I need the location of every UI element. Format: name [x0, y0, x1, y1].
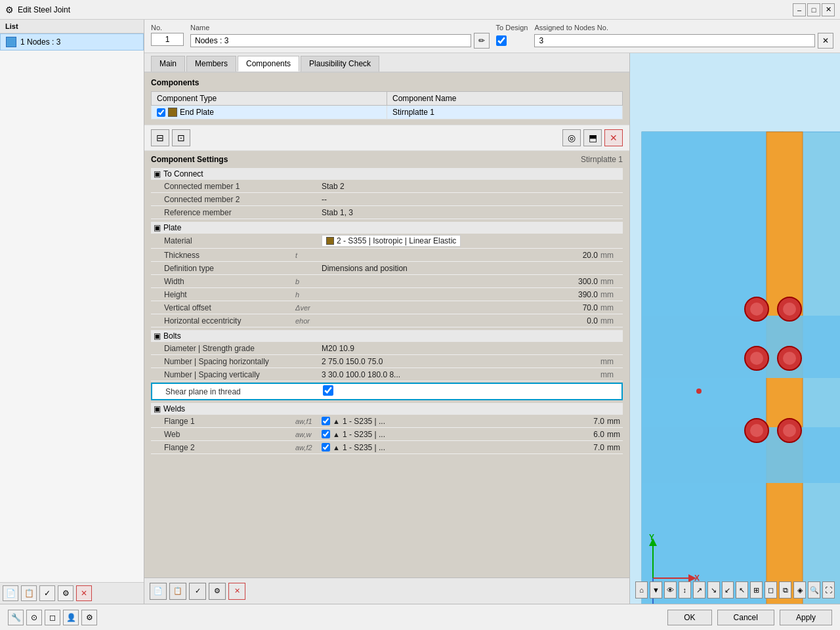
web-weld-val: 1 - S235 | ...	[343, 430, 385, 439]
flange2-check[interactable]	[322, 443, 330, 452]
3d-view-panel: Y X Z	[630, 53, 840, 604]
edit-name-btn[interactable]: ✏	[474, 33, 490, 49]
view-btn-1[interactable]: 📄	[150, 583, 167, 600]
view-eye-btn[interactable]: 👁	[664, 581, 677, 598]
comp-row[interactable]: End Plate Stirnplatte 1	[152, 106, 623, 119]
name-value[interactable]: Nodes : 3	[190, 34, 471, 47]
tab-bar: Main Members Components Plausibility Che…	[144, 53, 629, 73]
flange1-label: Flange 1	[164, 417, 295, 426]
height-unit: mm	[600, 290, 620, 299]
view-render-btn[interactable]: ◈	[793, 581, 806, 598]
view-arrow-down[interactable]: ▼	[650, 581, 662, 598]
maximize-button[interactable]: □	[807, 3, 820, 16]
footer-icon-4[interactable]: 👤	[63, 610, 79, 625]
flange2-symbol: aw,f2	[295, 444, 322, 452]
connected-member-1-row: Connected member 1 Stab 2	[151, 180, 623, 193]
tab-main[interactable]: Main	[151, 56, 185, 72]
flange2-label: Flange 2	[164, 443, 295, 452]
footer-icon-5[interactable]: ⚙	[81, 610, 97, 625]
footer-icon-1[interactable]: 🔧	[8, 610, 24, 625]
svg-point-13	[783, 352, 796, 365]
flange1-check[interactable]	[322, 417, 330, 425]
view-nav-4[interactable]: ↖	[736, 581, 748, 598]
footer-icon-3[interactable]: ◻	[45, 610, 60, 625]
shear-plane-row[interactable]: Shear plane in thread	[151, 383, 623, 400]
comp-btn-2[interactable]: ⊡	[172, 129, 190, 146]
tab-plausibility[interactable]: Plausibility Check	[301, 56, 379, 72]
no-field-group: No. 1	[151, 24, 184, 46]
assigned-edit-btn[interactable]: ✕	[818, 33, 833, 49]
h-ecc-label: Horizontal eccentricity	[164, 316, 295, 326]
bolt-spacing-h-value: 2 75.0 150.0 75.0	[322, 357, 598, 366]
list-copy-btn[interactable]: 📋	[21, 585, 37, 601]
h-ecc-value: 0.0	[322, 316, 598, 326]
bolt-spacing-h-label: Number | Spacing horizontally	[164, 357, 295, 366]
view-nav-3[interactable]: ↙	[722, 581, 734, 598]
ok-button[interactable]: OK	[667, 610, 711, 625]
view-arrows-btn[interactable]: ↕	[679, 581, 691, 598]
bolts-header[interactable]: ▣ Bolts	[151, 330, 623, 342]
flange1-weld-val: 1 - S235 | ...	[343, 417, 385, 426]
close-button[interactable]: ✕	[822, 3, 835, 16]
view-btn-4[interactable]: ⚙	[209, 583, 226, 600]
view-nav-2[interactable]: ↘	[707, 581, 720, 598]
to-design-checkbox[interactable]	[496, 35, 507, 46]
def-type-value: Dimensions and position	[322, 264, 620, 273]
width-symbol: b	[295, 278, 322, 285]
web-check[interactable]	[322, 430, 330, 438]
connected-member-1-label: Connected member 1	[164, 182, 295, 191]
comp-checkbox[interactable]	[157, 108, 165, 117]
view-frame-btn[interactable]: ◻	[765, 581, 777, 598]
to-connect-section: ▣ To Connect Connected member 1 Stab 2 C…	[151, 168, 623, 219]
list-delete-btn[interactable]: ✕	[76, 585, 92, 601]
svg-point-7	[750, 303, 763, 316]
list-item[interactable]: 1 Nodes : 3	[0, 33, 144, 51]
comp-btn-1[interactable]: ⊟	[151, 129, 169, 146]
connected-member-2-value: --	[322, 195, 620, 204]
view-btn-2[interactable]: 📋	[169, 583, 186, 600]
view-controls-bar: ⌂ ▼ 👁 ↕ ↗ ↘ ↙ ↖ ⊞ ◻ ⧉ ◈ 🔍	[635, 581, 835, 598]
minimize-button[interactable]: –	[793, 3, 806, 16]
list-settings-btn[interactable]: ⚙	[58, 585, 74, 601]
to-design-label: To Design	[496, 24, 528, 32]
view-btn-3[interactable]: ✓	[189, 583, 206, 600]
title-text: Edit Steel Joint	[18, 5, 70, 14]
to-connect-label: To Connect	[163, 169, 203, 178]
3d-view[interactable]: Y X Z	[630, 53, 840, 604]
comp-btn-4[interactable]: ⬒	[583, 129, 602, 146]
view-grid-btn[interactable]: ⊞	[750, 581, 763, 598]
plate-header[interactable]: ▣ Plate	[151, 222, 623, 234]
svg-rect-5	[642, 316, 840, 378]
view-layer-btn[interactable]: ⧉	[779, 581, 791, 598]
shear-plane-checkbox[interactable]	[323, 385, 333, 396]
comp-btn-3[interactable]: ◎	[562, 129, 581, 146]
bolt-diameter-label: Diameter | Strength grade	[164, 344, 295, 353]
shear-plane-label: Shear plane in thread	[165, 387, 297, 396]
view-zoom-btn[interactable]: 🔍	[808, 581, 820, 598]
assigned-label: Assigned to Nodes No.	[534, 24, 833, 32]
svg-text:Y: Y	[649, 533, 654, 542]
cancel-button[interactable]: Cancel	[717, 610, 774, 625]
view-btn-5[interactable]: ✕	[228, 583, 245, 600]
view-nav-1[interactable]: ↗	[693, 581, 705, 598]
name-field-group: Name Nodes : 3 ✏	[190, 24, 490, 49]
list-check-btn[interactable]: ✓	[39, 585, 55, 601]
flange1-tri: ▲	[333, 417, 340, 425]
view-expand-btn[interactable]: ⛶	[822, 581, 835, 598]
tab-members[interactable]: Members	[186, 56, 236, 72]
tab-components[interactable]: Components	[238, 56, 299, 72]
assigned-value: 3	[534, 34, 815, 47]
def-type-label: Definition type	[164, 264, 295, 273]
svg-point-16	[750, 424, 763, 437]
welds-header[interactable]: ▣ Welds	[151, 403, 623, 415]
comp-type-label: End Plate	[180, 108, 214, 117]
bolt-spacing-h-row: Number | Spacing horizontally 2 75.0 150…	[151, 355, 623, 368]
web-label: Web	[164, 430, 295, 439]
apply-button[interactable]: Apply	[780, 610, 832, 625]
to-connect-header[interactable]: ▣ To Connect	[151, 168, 623, 180]
view-home-btn[interactable]: ⌂	[635, 581, 648, 598]
comp-delete-btn[interactable]: ✕	[604, 129, 623, 146]
footer-bar: 🔧 ⊙ ◻ 👤 ⚙ OK Cancel Apply	[0, 604, 840, 630]
footer-icon-2[interactable]: ⊙	[26, 610, 42, 625]
list-add-btn[interactable]: 📄	[3, 585, 18, 601]
